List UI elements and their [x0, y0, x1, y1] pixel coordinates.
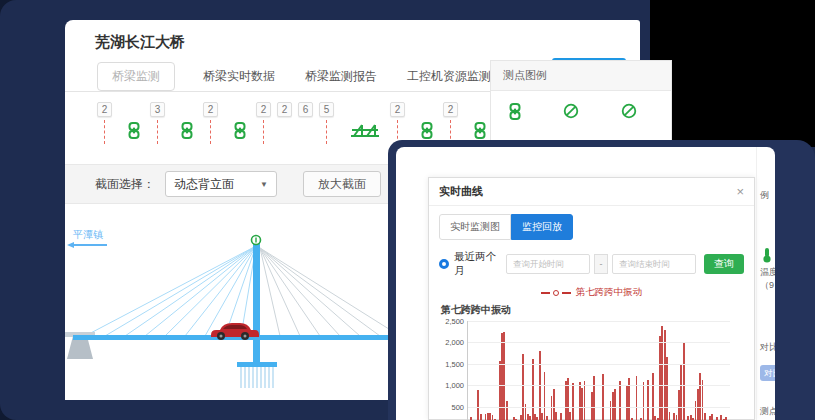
sensor-drop-line: [210, 120, 211, 144]
chart-bar: [636, 376, 638, 420]
chart-bar: [669, 412, 671, 420]
sensor-count-badge: 6: [298, 102, 313, 117]
sensor-count-badge: 2: [277, 102, 292, 117]
recent-two-months-radio[interactable]: [439, 259, 449, 269]
y-tick-label: 1,500: [445, 359, 468, 368]
legend-circle-sensor-icon: [563, 103, 579, 124]
modal-inner-page: 实时曲线 × 实时监测图监控回放 最近两个月 - 查询 第七跨跨中振动: [396, 147, 775, 420]
sensor-drop-line: [157, 120, 158, 144]
sensor-count-badge: 2: [443, 102, 458, 117]
legend-circle-sensor-icon: [621, 103, 637, 124]
chart-bar: [584, 381, 586, 420]
chart-legend[interactable]: 第七跨跨中振动: [429, 286, 754, 299]
chart-bar: [602, 374, 604, 420]
realtime-curve-modal-window: 实时曲线 × 实时监测图监控回放 最近两个月 - 查询 第七跨跨中振动: [388, 140, 815, 420]
bridge-foundation: [241, 367, 273, 388]
sensor-group: 5: [319, 102, 334, 144]
chart-bar: [544, 372, 546, 420]
modal-right-strip: 例 温度 （9） 对比分析 对比分析 测点列表: [756, 147, 775, 420]
sensor-count-badge: 2: [256, 102, 271, 117]
chart-bar: [555, 412, 557, 420]
chevron-down-icon: ▼: [260, 180, 268, 189]
tab-桥梁监测报告[interactable]: 桥梁监测报告: [303, 63, 379, 90]
measuring-point-legend-panel: 测点图例: [490, 60, 672, 148]
dialog-tab-group: 实时监测图监控回放: [439, 214, 744, 240]
sensor-group: 2: [97, 102, 112, 144]
page-title: 芜湖长江大桥: [65, 20, 640, 52]
chart-bar: [506, 401, 508, 420]
chart-bar: [614, 389, 616, 420]
chart-bar: [480, 414, 482, 420]
sensor-drop-line: [326, 120, 327, 144]
link-sensor-icon[interactable]: [234, 122, 246, 139]
sensor-count-badge: 2: [203, 102, 218, 117]
gridline: [468, 321, 730, 322]
black-screen-region: [650, 0, 815, 147]
dialog-tab-实时监测图[interactable]: 实时监测图: [439, 214, 511, 240]
sensor-group: 2: [443, 102, 458, 144]
tab-桥梁实时数据[interactable]: 桥梁实时数据: [201, 63, 277, 90]
temperature-label: 温度: [760, 266, 775, 279]
time-range-separator: -: [594, 254, 608, 274]
y-tick-label: 2,500: [445, 317, 468, 326]
sensor-group: 2: [203, 102, 218, 144]
chart-bar: [593, 376, 595, 420]
chart-bar: [532, 359, 534, 420]
link-sensor-icon[interactable]: [128, 122, 140, 139]
legend-line-icon: [562, 292, 571, 294]
query-button[interactable]: 查询: [704, 254, 744, 274]
y-tick-label: 2,000: [445, 338, 468, 347]
legend-circle-icon: [553, 290, 559, 296]
tab-工控机资源监测[interactable]: 工控机资源监测: [405, 63, 493, 90]
bridge-sensor-icon[interactable]: [350, 122, 380, 138]
dialog-tab-监控回放[interactable]: 监控回放: [511, 214, 573, 240]
end-time-input[interactable]: [612, 254, 696, 274]
chart-bar: [683, 342, 685, 420]
chart-area: 2,5002,0001,5001,0005000: [467, 321, 730, 420]
gridline: [468, 342, 730, 343]
section-select-label: 截面选择：: [95, 176, 155, 193]
legend-link-icon: [509, 103, 521, 124]
compare-analysis-label: 对比分析: [760, 341, 775, 354]
sensor-count-badge: 2: [97, 102, 112, 117]
zoom-section-button[interactable]: 放大截面: [303, 171, 381, 197]
chart-bar: [546, 416, 548, 420]
sensor-drop-line: [263, 120, 264, 144]
chart-bar: [652, 373, 654, 420]
section-select-dropdown[interactable]: 动态背立面 ▼: [165, 171, 277, 197]
legend-series-label: 第七跨跨中振动: [576, 286, 643, 299]
link-sensor-icon[interactable]: [421, 122, 433, 139]
dialog-title: 实时曲线: [439, 184, 483, 199]
section-select-value: 动态背立面: [174, 176, 234, 193]
start-time-input[interactable]: [506, 254, 590, 274]
recent-two-months-label: 最近两个月: [454, 250, 506, 278]
gridline: [468, 385, 730, 386]
legend-panel-title: 测点图例: [491, 61, 671, 91]
realtime-curve-dialog: 实时曲线 × 实时监测图监控回放 最近两个月 - 查询 第七跨跨中振动: [428, 177, 755, 420]
sensor-group: 2: [277, 102, 292, 117]
link-sensor-icon[interactable]: [474, 122, 486, 139]
compare-analysis-button[interactable]: 对比分析: [760, 365, 775, 381]
gridline: [468, 407, 730, 408]
chart-bar: [704, 413, 706, 420]
gridline: [468, 364, 730, 365]
chart-bar: [572, 383, 574, 420]
legend-line-icon: [541, 292, 550, 294]
filter-row: 最近两个月 - 查询: [439, 250, 744, 278]
thermometer-icon: [762, 247, 772, 263]
sensor-group: 2: [256, 102, 271, 144]
temperature-count: （9）: [760, 279, 775, 292]
close-icon[interactable]: ×: [736, 185, 744, 198]
chart-bar: [619, 381, 621, 420]
y-tick-label: 500: [451, 402, 468, 411]
sensor-group: 3: [150, 102, 165, 144]
tab-桥梁监测[interactable]: 桥梁监测: [97, 62, 175, 91]
chart-plot: 2,5002,0001,5001,0005000: [467, 321, 730, 420]
legend-icons-row: [491, 91, 671, 124]
chart-bar: [643, 382, 645, 420]
sensor-drop-line: [104, 120, 105, 144]
chart-bar: [666, 357, 668, 420]
sensor-group: 6: [298, 102, 313, 117]
sensor-count-badge: 3: [150, 102, 165, 117]
link-sensor-icon[interactable]: [181, 122, 193, 139]
